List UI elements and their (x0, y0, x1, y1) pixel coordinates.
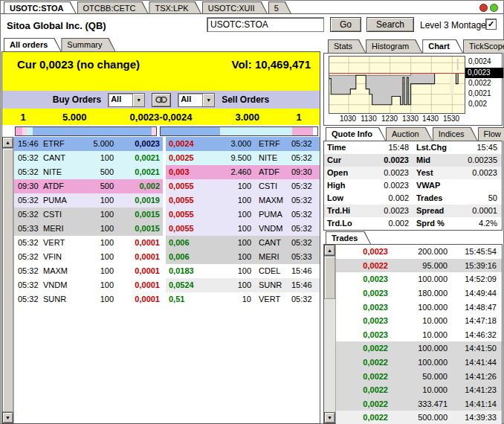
depth-segment (152, 127, 156, 135)
order-book-row[interactable]: 05:32VFIN1000,00010,006100MERI05:33 (14, 250, 320, 264)
ask-side[interactable]: 0,5110VERT05:32 (166, 292, 320, 306)
close-window-icon[interactable] (479, 4, 488, 12)
trades-tab-bar: Trades (326, 231, 371, 245)
bid-time: 05:32 (14, 292, 43, 306)
ask-time: 15:46 (291, 264, 320, 278)
trades-tab-trades[interactable]: Trades (326, 231, 371, 245)
new-window-icon[interactable] (490, 4, 498, 12)
ask-side[interactable]: 0,0055100VNDM05:32 (166, 222, 320, 236)
analysis-tab-chart[interactable]: Chart (422, 39, 463, 53)
analysis-tab-stats[interactable]: Stats (328, 39, 366, 53)
quote-value: 15:48 (364, 141, 409, 154)
analysis-tab-tickscope[interactable]: TickScope (463, 39, 504, 53)
symbol-input[interactable] (207, 17, 324, 32)
bid-price: 0,0001 (118, 236, 163, 250)
trade-row[interactable]: 0,0023180.00014:49:44 (336, 286, 502, 301)
trade-size: 10.000 (388, 316, 448, 325)
trade-row[interactable]: 0,002210.00014:41:23 (336, 383, 502, 397)
ask-side[interactable]: 0,006100CANT05:32 (166, 236, 320, 250)
ask-side[interactable]: 0,0524100SUNR15:46 (166, 278, 320, 292)
bid-side[interactable]: 15:46ETRF5.0000,0023 (14, 137, 163, 151)
scrollbar-thumb[interactable] (2, 148, 13, 412)
quote-tab-quote-info[interactable]: Quote Info (326, 127, 386, 141)
order-book-row[interactable]: 05:33MERI1000,00150,0055100VNDM05:32 (14, 222, 320, 236)
go-button[interactable]: Go (330, 17, 361, 32)
bid-side[interactable]: 05:32MAXM1000,0001 (14, 264, 163, 278)
ask-side[interactable]: 0,006100MERI05:33 (166, 250, 320, 264)
trade-size: 100.000 (388, 344, 448, 353)
search-button[interactable]: Search (366, 17, 414, 32)
bid-side[interactable]: 05:32NITE5000,0021 (14, 165, 163, 179)
order-book-row[interactable]: 05:32NITE5000,00210,0032.460ATDF09:30 (14, 165, 320, 179)
bid-side[interactable]: 05:32SUNR1000,0001 (14, 292, 163, 306)
trade-row[interactable]: 0,0022100.00014:41:50 (336, 341, 502, 356)
order-book-row[interactable]: 05:32PUMA1000,00190,0055100MAXM05:32 (14, 193, 320, 208)
trade-row[interactable]: 0,002250.00014:41:26 (336, 369, 502, 383)
book-scrollbar[interactable]: ▲ ▼ (2, 137, 14, 423)
chevron-down-icon[interactable]: ▼ (132, 94, 144, 106)
bid-side[interactable]: 05:32PUMA1000,0019 (14, 193, 163, 208)
bid-market-maker: CSTI (43, 208, 76, 222)
order-book-row[interactable]: 05:32VNDM1000,00010,0524100SUNR15:46 (14, 278, 320, 292)
ask-side[interactable]: 0,0055100MAXM05:32 (166, 193, 320, 208)
order-book-row[interactable]: 15:46ETRF5.0000,00230,00243.000ETRF05:32 (14, 137, 320, 151)
trade-row[interactable]: 0,0023100.00014:48:47 (336, 300, 502, 314)
scroll-down-icon[interactable]: ▼ (324, 412, 335, 423)
ask-side[interactable]: 0,0032.460ATDF09:30 (166, 165, 320, 179)
sell-filter-dropdown[interactable]: All ▼ (178, 93, 215, 107)
trade-row[interactable]: 0,002310.00014:46:32 (336, 328, 502, 342)
level3-montage-checkbox[interactable]: ✓ (485, 19, 497, 30)
buy-filter-dropdown[interactable]: All ▼ (108, 93, 145, 107)
trade-row[interactable]: 0,0023200.00015:45:54 (336, 245, 502, 259)
order-book-row[interactable]: 05:32CANT1000,00210,00259.500NITE05:32 (14, 151, 320, 165)
trade-price: 0,0022 (336, 358, 388, 367)
trade-row[interactable]: 0,0022500.00014:39:33 (336, 411, 502, 424)
bid-size: 100 (76, 250, 118, 264)
scroll-up-icon[interactable]: ▲ (324, 245, 335, 256)
bid-side[interactable]: 05:32VFIN1000,0001 (14, 250, 163, 264)
trade-row[interactable]: 0,002310.00014:47:18 (336, 314, 502, 328)
scroll-up-icon[interactable]: ▲ (2, 137, 13, 148)
order-book-row[interactable]: 09:30ATDF5000,0020,0055100CSTI05:32 (14, 179, 320, 193)
chevron-down-icon[interactable]: ▼ (202, 94, 214, 106)
ask-side[interactable]: 0,00259.500NITE05:32 (166, 151, 320, 165)
analysis-tab-histogram[interactable]: Histogram (366, 39, 422, 53)
bid-side[interactable]: 05:33MERI1000,0015 (14, 222, 163, 236)
order-book-row[interactable]: 05:32SUNR1000,00010,5110VERT05:32 (14, 292, 320, 306)
bid-side[interactable]: 09:30ATDF5000,002 (14, 179, 163, 193)
ask-market-maker: VERT (251, 292, 291, 306)
bid-size: 100 (76, 208, 118, 222)
ask-side[interactable]: 0,0183100CDEL15:46 (166, 264, 320, 278)
trade-row[interactable]: 0,0022333.47114:41:14 (336, 397, 502, 411)
buy-filter-value: All (109, 94, 132, 106)
quote-tab-auction[interactable]: Auction (386, 127, 433, 141)
bid-side[interactable]: 05:32VERT1000,0001 (14, 236, 163, 250)
link-filters-button[interactable] (152, 93, 171, 107)
trade-row[interactable]: 0,002295.00015:39:16 (336, 259, 502, 273)
scrollbar-thumb[interactable] (324, 256, 335, 299)
orders-tab-all-orders[interactable]: All orders (4, 38, 61, 51)
trade-size: 10.000 (388, 385, 448, 394)
scrollbar-track[interactable] (324, 299, 335, 412)
quote-tab-flow[interactable]: Flow (478, 127, 504, 141)
order-book-row[interactable]: 05:32MAXM1000,00010,0183100CDEL15:46 (14, 264, 320, 278)
trade-price: 0,0023 (336, 303, 388, 312)
bid-side[interactable]: 05:32CSTI1000,0015 (14, 208, 163, 222)
ask-side[interactable]: 0,0055100CSTI05:32 (166, 179, 320, 193)
quote-value: 0.0023 (364, 205, 409, 217)
order-book-row[interactable]: 05:32VERT1000,00010,006100CANT05:32 (14, 236, 320, 250)
trades-scrollbar[interactable]: ▲ ▼ (324, 245, 336, 423)
bid-side[interactable]: 05:32VNDM1000,0001 (14, 278, 163, 292)
trade-row[interactable]: 0,0023100.00014:52:09 (336, 272, 502, 286)
quote-info-table: Time15:48Lst.Chg15:45Cur0.0023Mid0.00235… (323, 141, 503, 231)
trade-row[interactable]: 0,0022100.00014:41:44 (336, 356, 502, 370)
ask-side[interactable]: 0,00243.000ETRF05:32 (166, 137, 320, 151)
orders-tab-summary[interactable]: Summary (61, 38, 115, 51)
bid-side[interactable]: 05:32CANT1000,0021 (14, 151, 163, 165)
ask-time: 05:33 (291, 250, 320, 264)
bid-order-count: 1 (2, 112, 44, 123)
order-book-row[interactable]: 05:32CSTI1000,00150,0055100PUMA05:32 (14, 208, 320, 222)
scroll-down-icon[interactable]: ▼ (2, 412, 13, 423)
ask-side[interactable]: 0,0055100PUMA05:32 (166, 208, 320, 222)
quote-tab-indices[interactable]: Indices (433, 127, 478, 141)
